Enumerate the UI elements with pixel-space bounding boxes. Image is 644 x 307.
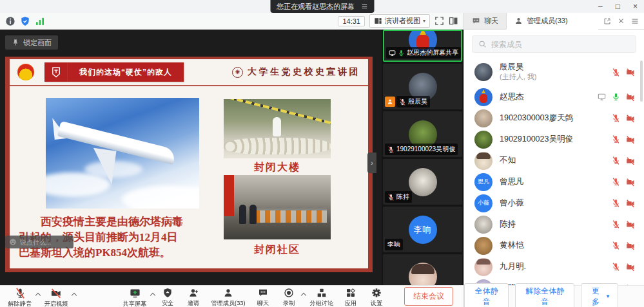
unmute-all-button[interactable]: 解除全体静音 — [515, 283, 574, 307]
mic-muted-icon — [15, 288, 26, 299]
panel-menu-icon[interactable] — [631, 17, 639, 25]
close-panel-icon[interactable] — [618, 17, 625, 24]
camera-off-icon[interactable] — [626, 156, 635, 165]
avatar — [474, 152, 493, 170]
mic-muted-icon[interactable] — [612, 199, 620, 207]
close-button[interactable]: × — [633, 2, 638, 11]
chat-icon — [258, 288, 268, 298]
watching-screen-label: 您正在观看赵思杰的屏幕 — [277, 0, 355, 13]
share-screen-button[interactable]: 共享屏幕 — [119, 286, 151, 307]
fullscreen-icon[interactable] — [434, 16, 444, 26]
apps-button[interactable]: 应用 — [338, 286, 364, 307]
minimize-button[interactable]: – — [598, 2, 603, 11]
security-shield-icon[interactable] — [20, 16, 30, 26]
video-tile-screen-share[interactable]: 赵思杰的屏幕共享 — [383, 30, 462, 62]
member-row[interactable]: 赵思杰 — [464, 86, 644, 107]
security-button[interactable]: 安全 — [155, 286, 181, 307]
view-mode-button[interactable]: 演讲者视图 ▾ — [369, 14, 430, 28]
member-row[interactable]: 黄林恺 — [464, 235, 644, 256]
popout-panel-icon[interactable] — [603, 17, 611, 25]
member-name: 不知 — [500, 156, 516, 166]
mic-muted-icon[interactable] — [612, 263, 620, 271]
start-video-button[interactable]: 开启视频 — [40, 286, 72, 307]
settings-button[interactable]: 设置 — [364, 286, 389, 307]
closed-community-photo — [224, 175, 331, 239]
mic-muted-icon[interactable] — [612, 68, 620, 77]
camera-off-icon[interactable] — [626, 241, 635, 250]
chevron-up-icon[interactable] — [72, 293, 77, 298]
camera-off-icon[interactable] — [626, 135, 635, 144]
member-name: 19029100023吴明俊 — [500, 135, 573, 145]
mic-muted-icon[interactable] — [612, 178, 620, 186]
camera-off-icon[interactable] — [626, 220, 635, 229]
breakout-rooms-button[interactable]: 分组讨论 — [306, 286, 338, 307]
member-row[interactable]: 19020300003廖天鸽 — [464, 107, 644, 129]
pin-icon — [12, 39, 19, 46]
member-row[interactable]: 殷辰昊 (主持人, 我) — [464, 58, 644, 86]
screen-share-icon[interactable] — [598, 93, 606, 101]
collapse-strip-handle[interactable]: › — [367, 153, 376, 173]
camera-off-icon[interactable] — [626, 199, 635, 208]
meeting-info-icon[interactable] — [5, 16, 15, 26]
mic-muted-icon[interactable] — [612, 135, 620, 144]
toolbar-label: 分组讨论 — [309, 299, 333, 307]
member-row[interactable]: 不知 — [464, 150, 644, 171]
window-titlebar: 您正在观看赵思杰的屏幕 – □ × — [0, 0, 644, 13]
mic-on-icon — [398, 50, 405, 57]
quick-chat-bar[interactable] — [5, 236, 73, 248]
member-row[interactable]: 九月明. — [464, 256, 644, 277]
more-button[interactable]: 更多 ▼ — [581, 283, 618, 307]
tile-name: 赵思杰的屏幕共享 — [407, 48, 458, 57]
mic-on-icon[interactable] — [612, 93, 620, 101]
end-meeting-button[interactable]: 结束会议 — [404, 287, 453, 306]
mic-muted-icon[interactable] — [612, 114, 620, 122]
mic-muted-icon[interactable] — [612, 156, 620, 165]
unmute-button[interactable]: 解除静音 — [4, 286, 36, 307]
mic-muted-icon[interactable] — [612, 220, 620, 228]
manage-members-button[interactable]: 管理成员(33) — [206, 286, 250, 307]
video-tile[interactable]: 殷辰昊 — [383, 64, 462, 109]
panel-scrollbar[interactable] — [640, 60, 643, 102]
screen-share-icon — [389, 50, 396, 57]
lock-view-button[interactable]: 锁定画面 — [5, 35, 58, 50]
side-by-side-icon[interactable] — [449, 16, 458, 26]
video-tile[interactable]: 李响 李响 — [383, 207, 462, 252]
share-screen-icon — [130, 288, 141, 299]
camera-off-icon[interactable] — [626, 68, 635, 77]
mic-muted-icon — [387, 146, 395, 153]
members-panel-footer: 全体静音 解除全体静音 更多 ▼ — [464, 285, 644, 307]
tooltip-menu-icon[interactable] — [361, 3, 367, 10]
member-name: 黄林恺 — [500, 241, 524, 251]
avatar: 李响 — [409, 216, 437, 244]
mic-muted-icon[interactable] — [612, 241, 620, 250]
tile-name: 李响 — [387, 240, 400, 249]
member-search-box[interactable] — [472, 35, 636, 53]
record-button[interactable]: 录制 — [276, 286, 302, 307]
video-tile[interactable]: 陈持 — [383, 159, 462, 205]
member-list: 殷辰昊 (主持人, 我) 赵思杰 19020300003廖天鸽 — [464, 58, 644, 285]
maximize-button[interactable]: □ — [616, 2, 620, 11]
camera-off-icon[interactable] — [626, 178, 635, 187]
member-row[interactable]: 19029100023吴明俊 — [464, 129, 644, 150]
video-tile[interactable] — [383, 254, 462, 285]
tile-name: 殷辰昊 — [408, 97, 427, 106]
toolbar-label: 管理成员(33) — [211, 299, 245, 307]
camera-off-icon[interactable] — [626, 93, 635, 102]
tab-chat[interactable]: 聊天 — [464, 13, 506, 29]
video-tile[interactable]: 19029100023吴明俊 — [383, 111, 462, 157]
chat-button[interactable]: 聊天 — [250, 286, 276, 307]
member-row[interactable]: 陈持 — [464, 214, 644, 235]
member-search-input[interactable] — [491, 40, 607, 49]
member-name: 陈持 — [500, 219, 516, 230]
tab-chat-label: 聊天 — [484, 16, 498, 26]
invite-button[interactable]: 邀请 — [181, 286, 206, 307]
emoji-icon[interactable] — [9, 238, 17, 246]
mute-all-button[interactable]: 全体静音 — [464, 283, 509, 307]
member-row[interactable]: 小薇 曾小薇 — [464, 192, 644, 214]
tab-members[interactable]: 管理成员(33) — [506, 13, 598, 30]
network-signal-icon[interactable] — [35, 16, 45, 26]
member-row[interactable]: 思凡 曾思凡 — [464, 171, 644, 192]
camera-off-icon[interactable] — [626, 114, 635, 123]
camera-off-icon[interactable] — [626, 263, 635, 272]
quick-chat-input[interactable] — [20, 239, 65, 246]
